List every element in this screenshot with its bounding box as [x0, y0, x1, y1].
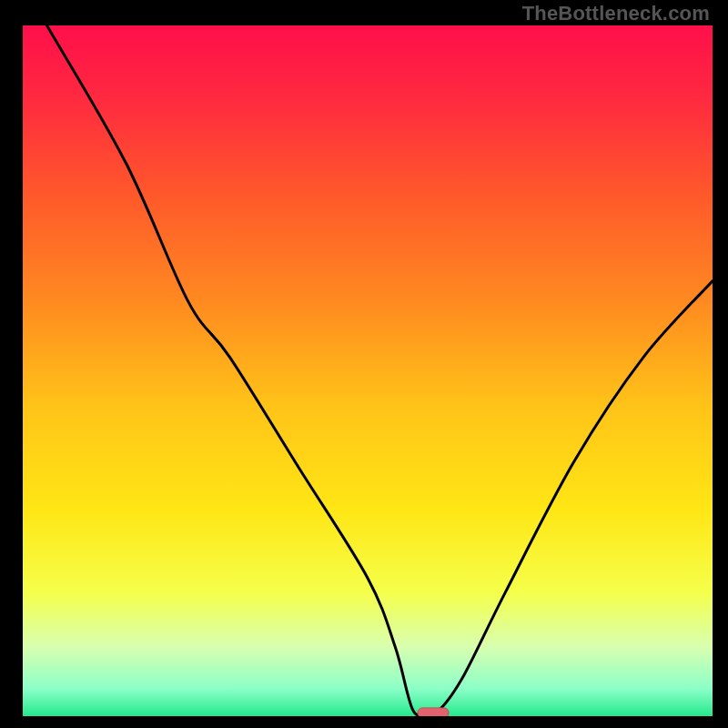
frame-border — [0, 716, 728, 728]
bottleneck-chart — [0, 0, 728, 728]
attribution-text: TheBottleneck.com — [522, 2, 710, 25]
gradient-background — [23, 25, 713, 716]
chart-frame: TheBottleneck.com — [0, 0, 728, 728]
optimal-marker — [418, 708, 449, 718]
frame-border — [713, 0, 728, 728]
frame-border — [0, 0, 23, 728]
